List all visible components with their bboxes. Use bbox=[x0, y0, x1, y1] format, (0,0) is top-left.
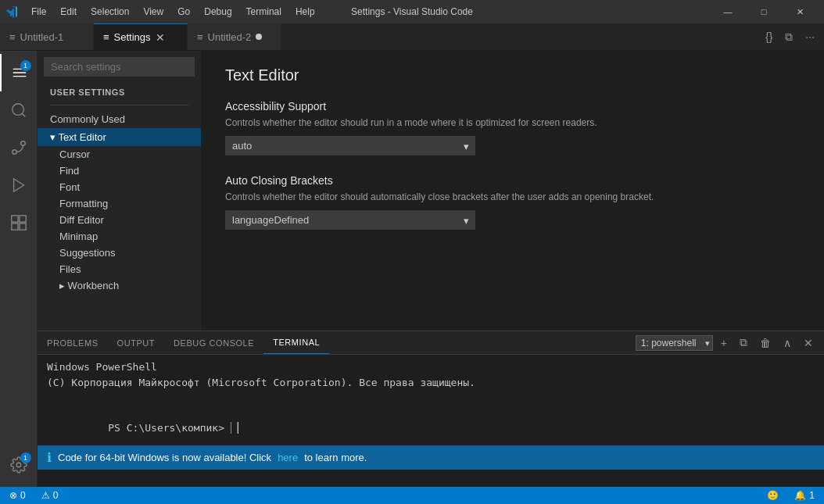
activity-item-settings[interactable]: 1 bbox=[0, 446, 38, 484]
sidebar-item-formatting[interactable]: Formatting bbox=[38, 195, 201, 212]
title-bar: File Edit Selection View Go Debug Termin… bbox=[0, 0, 824, 23]
minimize-button[interactable]: — bbox=[710, 0, 746, 23]
close-button[interactable]: ✕ bbox=[782, 0, 818, 23]
maximize-panel-icon[interactable]: ∧ bbox=[779, 334, 796, 352]
brackets-select-wrapper: always languageDefined beforeWhitespace … bbox=[225, 210, 475, 230]
menu-file[interactable]: File bbox=[25, 5, 52, 19]
sidebar-category-text-editor[interactable]: ▾ Text Editor bbox=[38, 128, 201, 146]
settings-sidebar: User Settings Commonly Used ▾ Text Edito… bbox=[38, 51, 202, 331]
setting-accessibility-support: Accessibility Support Controls whether t… bbox=[225, 100, 801, 155]
tab-bar: ≡ Untitled-1 ≡ Settings ✕ ≡ Untitled-2 {… bbox=[0, 23, 824, 51]
editor-panel-area: User Settings Commonly Used ▾ Text Edito… bbox=[38, 51, 824, 487]
svg-rect-5 bbox=[19, 216, 25, 222]
notification-count: 1 bbox=[809, 490, 815, 501]
svg-point-8 bbox=[16, 463, 21, 467]
notification-link[interactable]: here bbox=[278, 452, 298, 463]
panel-tab-bar: PROBLEMS OUTPUT DEBUG CONSOLE TERMINAL 1… bbox=[38, 331, 824, 355]
menu-bar: File Edit Selection View Go Debug Termin… bbox=[25, 5, 321, 19]
new-terminal-icon[interactable]: + bbox=[716, 334, 732, 352]
setting-auto-closing-brackets: Auto Closing Brackets Controls whether t… bbox=[225, 174, 801, 230]
close-panel-icon[interactable]: ✕ bbox=[799, 334, 818, 352]
window-title: Settings - Visual Studio Code bbox=[351, 6, 473, 17]
terminal-prompt-text: PS C:\Users\компик> bbox=[108, 422, 231, 434]
terminal-prompt-line: PS C:\Users\компик> █ bbox=[47, 406, 815, 452]
accessibility-select[interactable]: auto on off bbox=[225, 136, 475, 155]
tab-modified-indicator bbox=[256, 34, 262, 40]
sidebar-item-find[interactable]: Find bbox=[38, 163, 201, 179]
sidebar-item-font[interactable]: Font bbox=[38, 179, 201, 195]
sidebar-item-workbench[interactable]: ▸ Workbench bbox=[38, 277, 201, 294]
svg-point-2 bbox=[20, 141, 25, 146]
svg-point-1 bbox=[12, 150, 16, 155]
category-label: Text Editor bbox=[58, 131, 106, 143]
menu-view[interactable]: View bbox=[137, 5, 170, 19]
feedback-icon: 🙂 bbox=[767, 490, 779, 501]
sidebar-item-diff-editor[interactable]: Diff Editor bbox=[38, 212, 201, 228]
tab-icon: ≡ bbox=[103, 31, 109, 43]
menu-terminal[interactable]: Terminal bbox=[240, 5, 288, 19]
status-bar-right: 🙂 🔔 1 bbox=[764, 490, 818, 501]
tab-settings[interactable]: ≡ Settings ✕ bbox=[94, 23, 188, 50]
panel-tab-debug-console[interactable]: DEBUG CONSOLE bbox=[164, 331, 263, 354]
svg-rect-4 bbox=[11, 216, 17, 222]
activity-item-extensions[interactable] bbox=[0, 204, 38, 241]
kill-terminal-icon[interactable]: 🗑 bbox=[755, 334, 776, 352]
notification-icon: ℹ bbox=[47, 450, 52, 465]
sidebar-section: Commonly Used ▾ Text Editor Cursor Find … bbox=[38, 109, 201, 295]
status-notifications[interactable]: 🔔 1 bbox=[791, 490, 818, 501]
activity-item-search[interactable] bbox=[0, 91, 38, 129]
split-terminal-icon[interactable]: ⧉ bbox=[735, 333, 752, 352]
user-settings-label: User Settings bbox=[38, 83, 201, 102]
json-icon[interactable]: {} bbox=[762, 27, 776, 46]
menu-debug[interactable]: Debug bbox=[198, 5, 238, 19]
status-bar-left: ⊗ 0 ⚠ 0 bbox=[6, 490, 61, 501]
status-errors[interactable]: ⊗ 0 bbox=[6, 490, 29, 501]
svg-rect-6 bbox=[11, 223, 17, 230]
terminal-line-2: (С) Корпорация Майкрософт (Microsoft Cor… bbox=[47, 375, 815, 391]
window-controls: — □ ✕ bbox=[710, 0, 818, 23]
tab-label: Untitled-2 bbox=[208, 31, 252, 43]
setting-name-accessibility: Accessibility Support bbox=[225, 100, 801, 113]
more-actions-icon[interactable]: ··· bbox=[802, 27, 818, 46]
terminal-select[interactable]: 1: powershell 2: bash bbox=[636, 335, 713, 351]
explorer-badge: 1 bbox=[20, 60, 31, 71]
menu-selection[interactable]: Selection bbox=[84, 5, 135, 19]
status-warnings[interactable]: ⚠ 0 bbox=[38, 490, 62, 501]
panel-tab-problems[interactable]: PROBLEMS bbox=[38, 331, 108, 354]
menu-help[interactable]: Help bbox=[289, 5, 321, 19]
menu-edit[interactable]: Edit bbox=[54, 5, 83, 19]
settings-content: Text Editor Accessibility Support Contro… bbox=[202, 51, 824, 331]
terminal-line-3 bbox=[47, 390, 815, 406]
activity-item-explorer[interactable]: 1 bbox=[0, 54, 38, 91]
activity-item-debug[interactable] bbox=[0, 166, 38, 204]
sidebar-item-minimap[interactable]: Minimap bbox=[38, 228, 201, 245]
tab-untitled2[interactable]: ≡ Untitled-2 bbox=[188, 23, 281, 50]
sidebar-item-cursor[interactable]: Cursor bbox=[38, 146, 201, 163]
tab-icon: ≡ bbox=[9, 31, 16, 43]
maximize-button[interactable]: □ bbox=[746, 0, 782, 23]
error-icon: ⊗ bbox=[9, 490, 17, 501]
terminal-line-1: Windows PowerShell bbox=[47, 359, 815, 375]
tab-label: Untitled-1 bbox=[20, 31, 64, 43]
tab-close-button[interactable]: ✕ bbox=[156, 31, 165, 44]
brackets-select[interactable]: always languageDefined beforeWhitespace … bbox=[225, 210, 475, 230]
status-feedback[interactable]: 🙂 bbox=[764, 490, 782, 501]
panel-tab-terminal[interactable]: TERMINAL bbox=[263, 331, 329, 354]
menu-go[interactable]: Go bbox=[171, 5, 196, 19]
sidebar-item-files[interactable]: Files bbox=[38, 261, 201, 277]
activity-bar: 1 bbox=[0, 51, 38, 487]
error-count: 0 bbox=[20, 490, 26, 501]
svg-point-0 bbox=[12, 104, 23, 116]
sidebar-category-commonly-used[interactable]: Commonly Used bbox=[38, 110, 201, 128]
settings-badge: 1 bbox=[20, 452, 31, 463]
panel-tab-output[interactable]: OUTPUT bbox=[108, 331, 165, 354]
activity-item-source-control[interactable] bbox=[0, 129, 38, 166]
setting-name-brackets: Auto Closing Brackets bbox=[225, 174, 801, 187]
sidebar-item-suggestions[interactable]: Suggestions bbox=[38, 245, 201, 261]
split-editor-icon[interactable]: ⧉ bbox=[782, 27, 796, 47]
svg-marker-3 bbox=[13, 179, 23, 192]
search-input[interactable] bbox=[44, 57, 195, 77]
tab-bar-actions: {} ⧉ ··· bbox=[762, 23, 824, 50]
tab-untitled1[interactable]: ≡ Untitled-1 bbox=[0, 23, 94, 50]
setting-desc-brackets: Controls whether the editor should autom… bbox=[225, 190, 801, 204]
